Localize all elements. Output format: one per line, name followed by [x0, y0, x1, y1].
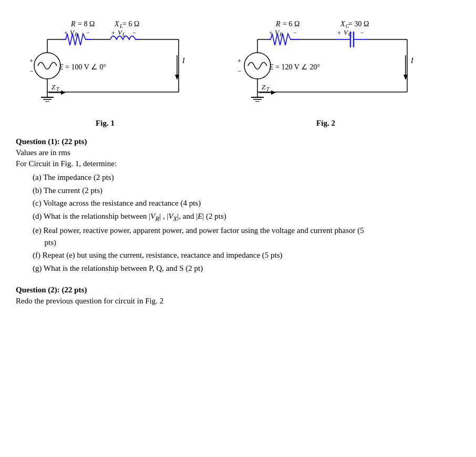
svg-text:+: + — [269, 29, 273, 37]
figure-1-container: R = 8 Ω + V R − X L = 6 Ω + V L − — [16, 11, 194, 128]
q2-subtitle: Redo the previous question for circuit i… — [16, 297, 460, 306]
svg-text:I: I — [182, 57, 185, 65]
question-2-block: Question (2): (22 pts) Redo the previous… — [16, 286, 460, 306]
svg-text:+: + — [29, 57, 33, 65]
q1-part-c: (c) Voltage across the resistance and re… — [33, 197, 460, 209]
svg-text:= 8 Ω: = 8 Ω — [78, 20, 95, 28]
svg-text:X: X — [114, 20, 119, 28]
svg-text:−: − — [29, 67, 33, 75]
q2-title: Question (2): (22 pts) — [16, 286, 460, 294]
fig2-caption: Fig. 2 — [316, 119, 335, 128]
svg-text:= 6 Ω: = 6 Ω — [283, 20, 299, 28]
figure-2-container: R = 6 Ω X C = 30 Ω + V R − + V C − — [226, 11, 426, 128]
q1-part-f: (f) Repeat (e) but using the current, re… — [33, 249, 460, 261]
svg-text:= 6 Ω: = 6 Ω — [122, 20, 139, 28]
q1-part-e: (e) Real power, reactive power, apparent… — [33, 225, 460, 248]
svg-text:+: + — [64, 29, 68, 37]
figures-row: R = 8 Ω + V R − X L = 6 Ω + V L − — [16, 11, 460, 128]
q1-part-a: (a) The impedance (2 pts) — [33, 171, 460, 184]
svg-text:= 100 V ∠ 0°: = 100 V ∠ 0° — [65, 63, 106, 71]
svg-text:R: R — [275, 20, 281, 28]
q1-part-d: (d) What is the relationship between |VR… — [33, 210, 460, 224]
svg-text:E: E — [58, 63, 64, 71]
figure-1-svg: R = 8 Ω + V R − X L = 6 Ω + V L − — [16, 11, 194, 116]
fig1-caption: Fig. 1 — [96, 119, 115, 128]
svg-text:E: E — [268, 63, 274, 71]
q1-part-g: (g) What is the relationship between P, … — [33, 262, 460, 275]
q1-intro: For Circuit in Fig. 1, determine: — [16, 159, 460, 168]
q1-subtitle: Values are in rms — [16, 148, 460, 157]
r1-label: R — [70, 20, 76, 28]
question-1-block: Question (1): (22 pts) Values are in rms… — [16, 137, 460, 274]
svg-text:−: − — [86, 29, 90, 36]
svg-text:= 120 V ∠ 20°: = 120 V ∠ 20° — [275, 63, 320, 71]
svg-text:Z: Z — [262, 83, 266, 91]
svg-text:+: + — [237, 57, 241, 65]
svg-text:Z: Z — [51, 83, 56, 91]
figure-2-svg: R = 6 Ω X C = 30 Ω + V R − + V C − — [226, 11, 426, 116]
svg-text:= 30 Ω: = 30 Ω — [348, 20, 369, 28]
svg-text:−: − — [132, 29, 136, 36]
svg-text:+: + — [337, 29, 341, 37]
svg-text:X: X — [340, 20, 345, 28]
svg-text:−: − — [360, 29, 364, 36]
svg-text:T: T — [56, 86, 60, 92]
svg-text:I: I — [410, 57, 414, 65]
svg-text:T: T — [266, 86, 270, 92]
q1-part-b: (b) The current (2 pts) — [33, 185, 460, 197]
q1-title: Question (1): (22 pts) — [16, 137, 460, 146]
q1-parts: (a) The impedance (2 pts) (b) The curren… — [33, 171, 460, 274]
svg-text:−: − — [237, 67, 241, 75]
questions-section: Question (1): (22 pts) Values are in rms… — [16, 137, 460, 306]
svg-text:−: − — [293, 29, 297, 36]
